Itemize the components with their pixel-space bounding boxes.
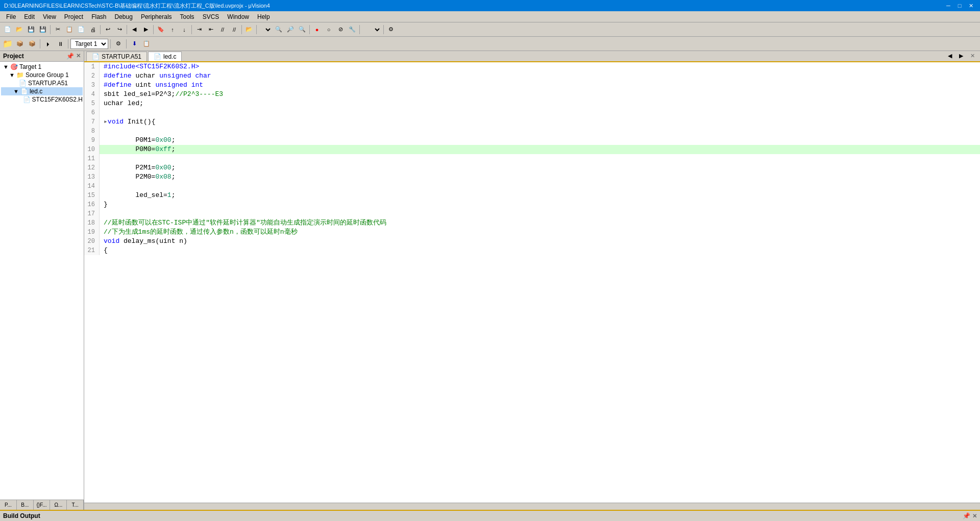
- menu-file[interactable]: File: [2, 12, 20, 21]
- new-file-button[interactable]: 📄: [2, 24, 13, 35]
- tab-startup[interactable]: 📄 STARTUP.A51: [86, 52, 147, 61]
- cut-button[interactable]: ✂: [52, 24, 63, 35]
- comment-button[interactable]: //: [217, 24, 228, 35]
- unindent-button[interactable]: ⇤: [205, 24, 216, 35]
- debug-step2-button[interactable]: ⏸: [55, 38, 66, 49]
- print-button[interactable]: 🖨: [87, 24, 99, 35]
- tree-item-ledc[interactable]: ▼ 📄 led.c: [1, 87, 83, 95]
- search-button[interactable]: 🔍: [273, 24, 284, 35]
- code-editor-scroll[interactable]: 1 #include<STC15F2K60S2.H> 2 #define uch…: [84, 62, 980, 503]
- pin-icon[interactable]: 📌: [66, 53, 74, 60]
- build-btn1[interactable]: 📦: [14, 38, 26, 49]
- save-all-button[interactable]: 💾: [37, 24, 48, 35]
- code-line-6: 6: [84, 108, 980, 117]
- bookmark-button[interactable]: 🔖: [155, 24, 166, 35]
- uncomment-button[interactable]: //: [229, 24, 240, 35]
- debug-mode-button[interactable]: 🔧: [347, 24, 358, 35]
- settings-button[interactable]: ⚙: [385, 24, 397, 35]
- panel-nav-p[interactable]: P...: [0, 500, 17, 510]
- code-line-12: 12 P2M1=0x00;: [84, 163, 980, 172]
- copy-button[interactable]: 📋: [64, 24, 75, 35]
- nav-back-button[interactable]: ◀: [129, 24, 140, 35]
- display-select[interactable]: [361, 24, 382, 35]
- line-num-15: 15: [84, 191, 100, 200]
- panel-nav-b[interactable]: B...: [17, 500, 34, 510]
- menu-peripherals[interactable]: Peripherals: [137, 12, 176, 21]
- paste-button[interactable]: 📄: [76, 24, 87, 35]
- code-line-19: 19 //下为生成1ms的延时函数，通过传入参数n，函数可以延时n毫秒: [84, 228, 980, 237]
- reset-button[interactable]: ⊘: [335, 24, 346, 35]
- horizontal-scrollbar[interactable]: [84, 503, 980, 510]
- tree-item-target1[interactable]: ▼ 🎯 Target 1: [1, 63, 83, 71]
- target-options-button[interactable]: ⚙: [113, 38, 124, 49]
- toolbar-main: 📄 📂 💾 💾 ✂ 📋 📄 🖨 ↩ ↪ ◀ ▶ 🔖 ↑ ↓ ⇥ ⇤ // // …: [0, 22, 980, 37]
- menu-flash[interactable]: Flash: [87, 12, 110, 21]
- nav-fwd-button[interactable]: ▶: [140, 24, 152, 35]
- maximize-button[interactable]: □: [954, 1, 965, 11]
- run-button[interactable]: ●: [311, 24, 323, 35]
- menu-window[interactable]: Window: [223, 12, 253, 21]
- sep6: [241, 25, 242, 34]
- close-button[interactable]: ✕: [966, 1, 976, 11]
- panel-nav-omega[interactable]: Ω...: [50, 500, 67, 510]
- code-line-15: 15 led_sel=1;: [84, 191, 980, 200]
- indent-button[interactable]: ⇥: [193, 24, 205, 35]
- expand-icon-sg1: ▼: [9, 72, 15, 78]
- code-line-3: 3 #define uint unsigned int: [84, 81, 980, 90]
- close-panel-icon[interactable]: ✕: [76, 53, 81, 60]
- panel-nav-f[interactable]: {}F...: [34, 500, 51, 510]
- undo-button[interactable]: ↩: [102, 24, 113, 35]
- window-controls: ─ □ ✕: [943, 1, 976, 11]
- stop-button[interactable]: ○: [323, 24, 334, 35]
- debug-step-button[interactable]: ⏵: [42, 38, 54, 49]
- code-line-18: 18 //延时函数可以在STC-ISP中通过"软件延时计算器"功能自动生成指定演…: [84, 218, 980, 228]
- panel-nav-t[interactable]: T...: [67, 500, 84, 510]
- menu-svcs[interactable]: SVCS: [199, 12, 224, 21]
- line-content-18: //延时函数可以在STC-ISP中通过"软件延时计算器"功能自动生成指定演示时间…: [100, 218, 980, 228]
- open-button[interactable]: 📂: [14, 24, 25, 35]
- code-line-16: 16 }: [84, 200, 980, 209]
- tab-scroll-left[interactable]: ◀: [944, 51, 955, 61]
- menu-tools[interactable]: Tools: [176, 12, 199, 21]
- redo-button[interactable]: ↪: [114, 24, 125, 35]
- folder-icon: 📁: [16, 71, 24, 79]
- line-content-19: //下为生成1ms的延时函数，通过传入参数n，函数可以延时n毫秒: [100, 228, 980, 237]
- download-button[interactable]: ⬇: [129, 38, 140, 49]
- line-content-7: ▸void Init(){: [100, 117, 980, 127]
- tab-close-editor[interactable]: ✕: [967, 51, 978, 61]
- sep8: [309, 25, 310, 34]
- next-bookmark-button[interactable]: ↓: [179, 24, 190, 35]
- build-btn2[interactable]: 📦: [27, 38, 38, 49]
- project-panel-header: Project 📌 ✕: [0, 51, 84, 62]
- open-file-btn2[interactable]: 📂: [243, 24, 255, 35]
- code-area[interactable]: 1 #include<STC15F2K60S2.H> 2 #define uch…: [84, 62, 980, 503]
- magnifier-button[interactable]: 🔍: [297, 24, 308, 35]
- tab-startup-icon: 📄: [92, 53, 100, 60]
- menu-view[interactable]: View: [39, 12, 60, 21]
- menu-project[interactable]: Project: [60, 12, 87, 21]
- target-select[interactable]: Target 1: [70, 39, 108, 49]
- target-options2-button[interactable]: 📋: [141, 38, 152, 49]
- close-build-icon[interactable]: ✕: [972, 513, 977, 519]
- build-output-panel: Build Output 📌 ✕ Rebuild target 'Target …: [0, 510, 980, 521]
- line-num-18: 18: [84, 218, 100, 228]
- menu-help[interactable]: Help: [253, 12, 274, 21]
- line-content-21: {: [100, 246, 980, 255]
- tab-scroll-right[interactable]: ▶: [955, 51, 967, 61]
- tab-ledc[interactable]: 📄 led.c: [148, 52, 182, 62]
- minimize-button[interactable]: ─: [943, 1, 953, 11]
- prev-bookmark-button[interactable]: ↑: [167, 24, 178, 35]
- save-button[interactable]: 💾: [26, 24, 37, 35]
- tree-item-startup[interactable]: 📄 STARTUP.A51: [1, 79, 83, 87]
- tree-item-stcheader[interactable]: 📄 STC15F2K60S2.H: [1, 95, 83, 104]
- pin-build-icon[interactable]: 📌: [963, 512, 970, 519]
- menu-debug[interactable]: Debug: [111, 12, 137, 21]
- new-proj-button[interactable]: 📁: [2, 38, 13, 49]
- tree-label-stcheader: STC15F2K60S2.H: [32, 96, 83, 103]
- menu-edit[interactable]: Edit: [20, 12, 39, 21]
- view-select[interactable]: [258, 24, 273, 35]
- panel-nav: P... B... {}F... Ω... T...: [0, 500, 84, 510]
- find-button[interactable]: 🔎: [285, 24, 296, 35]
- window-title: D:\0LEARNINGFILES\LEARN\CSTech\STC-B\基础编…: [4, 2, 270, 10]
- tree-item-sourcegroup1[interactable]: ▼ 📁 Source Group 1: [1, 71, 83, 79]
